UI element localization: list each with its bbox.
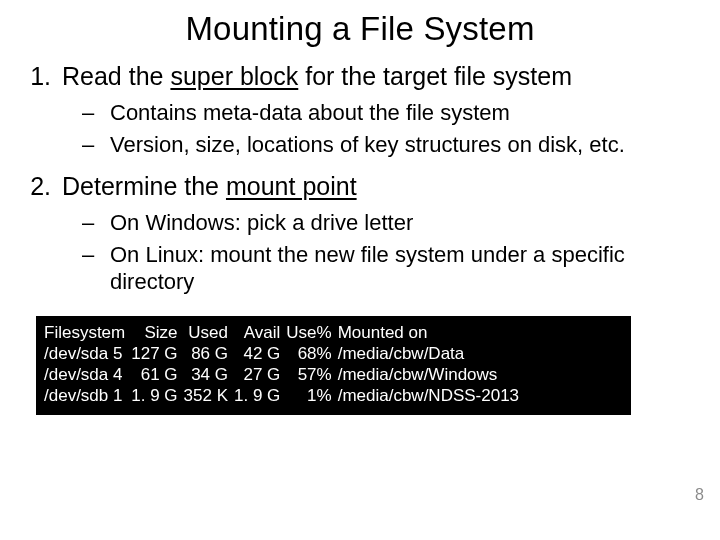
table-row: /dev/sdb 1 1. 9 G 352 K 1. 9 G 1% /media… [44, 385, 525, 406]
li1-pre: Read the [62, 62, 170, 90]
sublist-1: Contains meta-data about the file system… [62, 99, 702, 158]
cell: /media/cbw/Data [338, 343, 525, 364]
cell: 68% [286, 343, 337, 364]
cell: 42 G [234, 343, 286, 364]
slide-title: Mounting a File System [18, 10, 702, 48]
sublist-2: On Windows: pick a drive letter On Linux… [62, 209, 702, 296]
cell: 86 G [184, 343, 234, 364]
cell: 61 G [131, 364, 183, 385]
table-row: /dev/sda 4 61 G 34 G 27 G 57% /media/cbw… [44, 364, 525, 385]
th-mounted: Mounted on [338, 322, 525, 343]
sub-item: On Windows: pick a drive letter [82, 209, 702, 237]
th-size: Size [131, 322, 183, 343]
slide: Mounting a File System Read the super bl… [0, 0, 720, 415]
th-usepct: Use% [286, 322, 337, 343]
cell: /dev/sda 5 [44, 343, 131, 364]
li1-underline: super block [170, 62, 298, 90]
cell: /dev/sdb 1 [44, 385, 131, 406]
cell: /dev/sda 4 [44, 364, 131, 385]
list-item-1: Read the super block for the target file… [58, 62, 702, 158]
cell: 34 G [184, 364, 234, 385]
cell: 27 G [234, 364, 286, 385]
cell: /media/cbw/Windows [338, 364, 525, 385]
table-header-row: Filesystem Size Used Avail Use% Mounted … [44, 322, 525, 343]
list-item-2: Determine the mount point On Windows: pi… [58, 172, 702, 296]
sub-item: Contains meta-data about the file system [82, 99, 702, 127]
th-used: Used [184, 322, 234, 343]
cell: 127 G [131, 343, 183, 364]
terminal-output: Filesystem Size Used Avail Use% Mounted … [36, 316, 631, 415]
cell: 1. 9 G [234, 385, 286, 406]
ordered-list: Read the super block for the target file… [18, 62, 702, 296]
th-filesystem: Filesystem [44, 322, 131, 343]
sub-item: Version, size, locations of key structur… [82, 131, 702, 159]
page-number: 8 [695, 486, 704, 504]
cell: /media/cbw/NDSS-2013 [338, 385, 525, 406]
cell: 1% [286, 385, 337, 406]
li2-underline: mount point [226, 172, 357, 200]
cell: 352 K [184, 385, 234, 406]
table-row: /dev/sda 5 127 G 86 G 42 G 68% /media/cb… [44, 343, 525, 364]
cell: 1. 9 G [131, 385, 183, 406]
cell: 57% [286, 364, 337, 385]
li1-post: for the target file system [298, 62, 572, 90]
df-table: Filesystem Size Used Avail Use% Mounted … [44, 322, 525, 407]
th-avail: Avail [234, 322, 286, 343]
sub-item: On Linux: mount the new file system unde… [82, 241, 702, 296]
li2-pre: Determine the [62, 172, 226, 200]
